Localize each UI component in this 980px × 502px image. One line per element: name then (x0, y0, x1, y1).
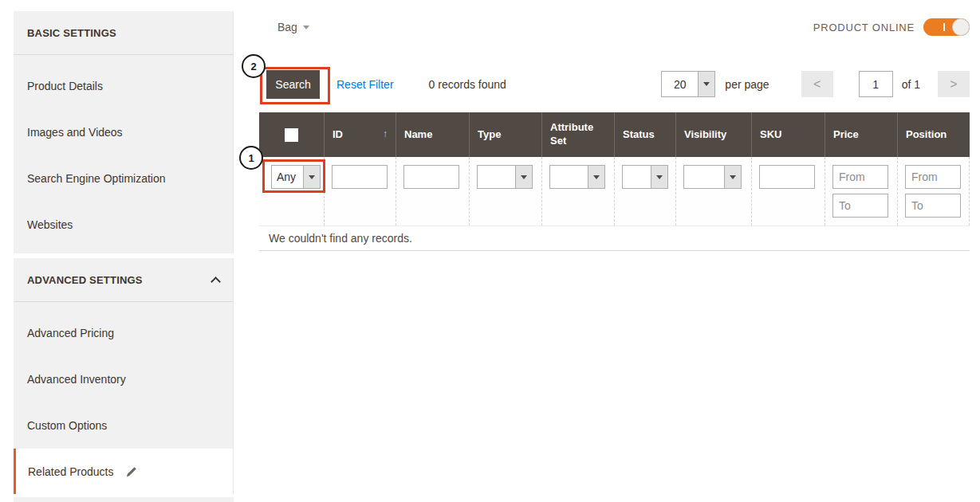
type-filter-select[interactable] (477, 165, 533, 189)
empty-records-row: We couldn't find any records. (259, 226, 970, 251)
records-found-text: 0 records found (429, 78, 506, 91)
next-page-button[interactable]: > (938, 71, 970, 97)
chevron-up-icon (211, 276, 221, 287)
column-header-select (259, 112, 324, 157)
column-header-position[interactable]: Position (897, 112, 970, 157)
type-filter-value (478, 166, 515, 188)
per-page-select[interactable]: 20 (661, 71, 715, 97)
pagination: 20 per page < of 1 > (661, 71, 970, 97)
visibility-filter-select[interactable] (683, 165, 742, 189)
sidebar-item-advanced-inventory[interactable]: Advanced Inventory (14, 356, 233, 402)
select-arrow (651, 166, 667, 188)
scope-selector-label: Bag (277, 21, 297, 33)
annotation-number: 2 (250, 61, 256, 73)
column-header-name[interactable]: Name (396, 112, 469, 157)
annotation-number: 1 (248, 152, 254, 164)
sidebar-header-advanced-settings[interactable]: ADVANCED SETTINGS (14, 258, 233, 302)
column-header-status[interactable]: Status (614, 112, 675, 157)
filter-cell-any: Any (259, 157, 324, 226)
sidebar-section-advanced-settings: ADVANCED SETTINGS Advanced Pricing Advan… (14, 258, 234, 494)
sidebar-item-websites[interactable]: Websites (14, 202, 233, 248)
visibility-filter-value (684, 166, 724, 188)
toggle-knob (952, 18, 970, 36)
grid-toolbar: Search Reset Filter 0 records found 20 p… (266, 70, 970, 99)
select-all-checkbox[interactable] (285, 128, 298, 142)
column-header-price[interactable]: Price (825, 112, 897, 157)
grid-header-row: ID ↑ Name Type Attribute Set Status Visi… (259, 112, 970, 157)
column-label: Name (404, 128, 432, 142)
column-header-id[interactable]: ID ↑ (324, 112, 396, 157)
sidebar-header-basic-settings[interactable]: BASIC SETTINGS (14, 11, 233, 55)
column-header-type[interactable]: Type (469, 112, 541, 157)
id-filter-input[interactable] (332, 165, 388, 189)
price-from-input[interactable] (832, 165, 888, 189)
select-arrow (303, 166, 320, 188)
filter-cell-status (614, 157, 675, 226)
price-to-input[interactable] (832, 194, 888, 218)
filter-cell-name (396, 157, 469, 226)
column-header-sku[interactable]: SKU (751, 112, 825, 157)
sidebar-next-section-peek (14, 497, 234, 502)
column-label: Type (478, 128, 501, 142)
per-page-value: 20 (662, 72, 698, 96)
sidebar-header-label: ADVANCED SETTINGS (27, 274, 143, 286)
column-header-visibility[interactable]: Visibility (675, 112, 751, 157)
caret-down-icon (656, 175, 663, 179)
select-arrow (724, 166, 741, 188)
sidebar-item-label: Search Engine Optimization (27, 172, 166, 185)
page-of-label: of 1 (902, 78, 920, 91)
sidebar-item-label: Advanced Pricing (27, 327, 114, 339)
related-products-grid: ID ↑ Name Type Attribute Set Status Visi… (259, 112, 970, 251)
sidebar-header-label: BASIC SETTINGS (27, 27, 116, 39)
scope-selector[interactable]: Bag (277, 21, 309, 33)
column-label: ID (333, 128, 343, 142)
attribute-set-filter-value (550, 166, 588, 188)
sidebar-item-label: Custom Options (27, 419, 107, 432)
caret-down-icon (593, 175, 600, 179)
filter-cell-price (825, 157, 897, 226)
grid-filter-row: Any (259, 157, 970, 226)
sidebar-item-advanced-pricing[interactable]: Advanced Pricing (14, 310, 233, 356)
name-filter-input[interactable] (403, 165, 459, 189)
search-button[interactable]: Search (266, 70, 320, 99)
select-arrow (515, 166, 532, 188)
column-header-attribute-set[interactable]: Attribute Set (541, 112, 614, 157)
caret-down-icon (703, 82, 710, 86)
sidebar-section-basic-settings: BASIC SETTINGS Product Details Images an… (14, 11, 234, 253)
column-label: Status (623, 128, 655, 142)
any-filter-select[interactable]: Any (271, 165, 321, 189)
annotation-step-2: 2 (242, 54, 266, 78)
status-filter-select[interactable] (622, 165, 668, 189)
page-number-input[interactable] (859, 71, 893, 97)
position-to-input[interactable] (905, 194, 961, 218)
sidebar-item-custom-options[interactable]: Custom Options (14, 402, 233, 449)
any-filter-value: Any (272, 166, 303, 188)
product-online-label: PRODUCT ONLINE (813, 22, 915, 33)
sidebar-list-basic: Product Details Images and Videos Search… (14, 55, 233, 248)
sort-ascending-icon: ↑ (383, 128, 388, 141)
sidebar-item-product-details[interactable]: Product Details (14, 63, 233, 109)
toggle-on-mark (943, 23, 945, 31)
caret-down-icon (521, 175, 527, 179)
per-page-label: per page (725, 78, 769, 91)
sidebar-item-search-engine-optimization[interactable]: Search Engine Optimization (14, 155, 233, 202)
column-label: SKU (760, 128, 781, 142)
caret-down-icon (309, 175, 315, 179)
product-online-toggle[interactable] (923, 18, 970, 36)
caret-down-icon (730, 175, 736, 179)
sidebar-item-label: Advanced Inventory (27, 373, 126, 386)
sidebar-list-advanced: Advanced Pricing Advanced Inventory Cust… (14, 302, 233, 494)
select-arrow (588, 166, 604, 188)
position-from-input[interactable] (905, 165, 961, 189)
sku-filter-input[interactable] (759, 165, 815, 189)
prev-page-button[interactable]: < (801, 71, 833, 97)
select-arrow (698, 72, 714, 96)
sidebar-item-label: Websites (27, 218, 73, 231)
reset-filter-link[interactable]: Reset Filter (337, 78, 394, 91)
sidebar-item-images-and-videos[interactable]: Images and Videos (14, 109, 233, 155)
attribute-set-filter-select[interactable] (549, 165, 605, 189)
status-filter-value (623, 166, 651, 188)
sidebar-item-related-products[interactable]: Related Products (14, 449, 233, 494)
column-label: Attribute Set (550, 121, 606, 148)
column-label: Visibility (684, 128, 726, 142)
